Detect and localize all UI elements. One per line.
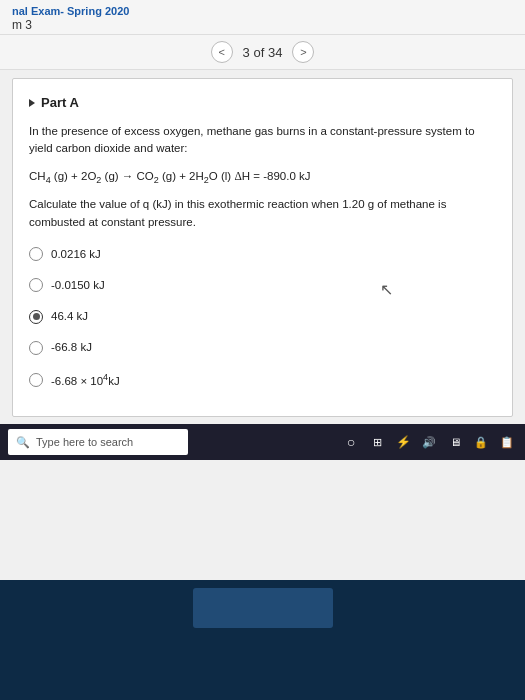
radio-a[interactable] [29,247,43,261]
part-label: Part A [41,93,79,113]
option-e-text: -6.68 × 104kJ [51,371,120,390]
taskbar-icons: ○ ⊞ ⚡ 🔊 🖥 🔒 📋 [341,432,517,452]
navigation-bar: < 3 of 34 > [0,35,525,70]
question-label: m 3 [12,18,32,32]
calculate-instruction: Calculate the value of q (kJ) in this ex… [29,196,496,232]
clipboard-icon[interactable]: 📋 [497,432,517,452]
keyboard-reflection [193,588,333,628]
answer-options: 0.0216 kJ -0.0150 kJ 46.4 kJ -66.8 kJ -6… [29,244,496,392]
taskbar: 🔍 Type here to search ○ ⊞ ⚡ 🔊 🖥 🔒 📋 [0,424,525,460]
search-icon: 🔍 [16,436,30,449]
monitor-icon[interactable]: 🖥 [445,432,465,452]
desktop-background [0,580,525,700]
option-a-text: 0.0216 kJ [51,246,101,263]
taskview-icon[interactable]: ⊞ [367,432,387,452]
search-bar[interactable]: 🔍 Type here to search [8,429,188,455]
question-intro: In the presence of excess oxygen, methan… [29,123,496,159]
part-header: Part A [29,93,496,113]
chemical-equation: CH4 (g) + 2O2 (g) → CO2 (g) + 2H2O (l) Δ… [29,168,496,188]
page-indicator: 3 of 34 [243,45,283,60]
option-e[interactable]: -6.68 × 104kJ [29,369,496,392]
prev-arrow[interactable]: < [211,41,233,63]
radio-e[interactable] [29,373,43,387]
exam-title: nal Exam- Spring 2020 [12,5,129,17]
security-icon[interactable]: 🔒 [471,432,491,452]
option-c-text: 46.4 kJ [51,308,88,325]
cursor: ↖ [380,280,393,299]
option-d-text: -66.8 kJ [51,339,92,356]
radio-c[interactable] [29,310,43,324]
option-d[interactable]: -66.8 kJ [29,337,496,358]
lightning-icon[interactable]: ⚡ [393,432,413,452]
radio-d[interactable] [29,341,43,355]
option-c[interactable]: 46.4 kJ [29,306,496,327]
option-b[interactable]: -0.0150 kJ [29,275,496,296]
option-b-text: -0.0150 kJ [51,277,105,294]
windows-circle-icon[interactable]: ○ [341,432,361,452]
option-a[interactable]: 0.0216 kJ [29,244,496,265]
collapse-icon[interactable] [29,99,35,107]
search-placeholder: Type here to search [36,436,133,448]
question-card: Part A In the presence of excess oxygen,… [12,78,513,417]
radio-b[interactable] [29,278,43,292]
sound-icon[interactable]: 🔊 [419,432,439,452]
next-arrow[interactable]: > [292,41,314,63]
